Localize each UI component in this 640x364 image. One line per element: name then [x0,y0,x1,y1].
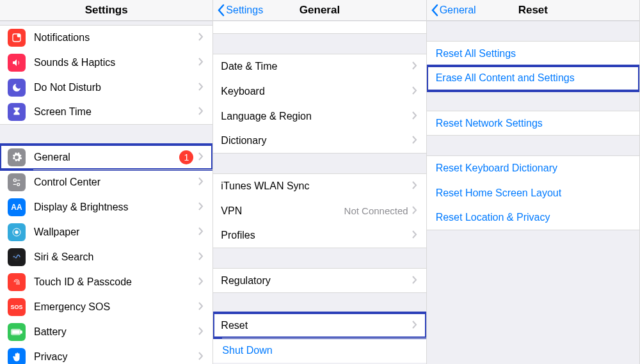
label: Keyboard [221,86,412,97]
label: Profiles [221,230,412,241]
label: Reset Location & Privacy [436,212,550,223]
sounds-icon [8,54,26,72]
row-wallpaper[interactable]: Wallpaper [0,219,212,244]
svg-rect-10 [20,330,22,333]
gear-icon [8,148,26,166]
back-button[interactable]: Settings [213,4,263,17]
chevron-right-icon [198,226,204,238]
svg-point-4 [17,183,20,186]
header: Settings General [213,0,426,21]
label: Siri & Search [34,251,198,263]
svg-rect-11 [12,330,19,334]
reset-list: Reset All Settings Erase All Content and… [427,21,639,364]
row-language-region[interactable]: Language & Region [213,104,426,129]
badge: 1 [179,150,193,164]
row-reset-all-settings[interactable]: Reset All Settings [427,41,639,66]
row-control-center[interactable]: Control Center [0,170,212,194]
row-touch-id[interactable]: Touch ID & Passcode [0,269,212,294]
chevron-right-icon [412,180,417,192]
label: Control Center [34,177,198,188]
row-reset-home-screen[interactable]: Reset Home Screen Layout [427,180,639,205]
row-general[interactable]: General 1 [0,145,212,170]
label: Touch ID & Passcode [34,276,198,288]
text-size-icon: AA [8,198,26,216]
chevron-left-icon [431,4,438,17]
row-battery[interactable]: Battery [0,319,212,344]
chevron-right-icon [412,86,417,97]
chevron-right-icon [198,152,204,163]
label: Shut Down [222,345,272,356]
row-date-time[interactable]: Date & Time [213,54,426,79]
label: iTunes WLAN Sync [221,180,412,192]
label: Erase All Content and Settings [436,72,575,84]
row-vpn[interactable]: VPN Not Connected [213,198,426,223]
row-siri[interactable]: Siri & Search [0,244,212,269]
svg-point-1 [17,35,20,37]
label: Wallpaper [34,226,198,238]
reset-pane: General Reset Reset All Settings Erase A… [427,0,640,364]
settings-list: Notifications Sounds & Haptics Do Not Di… [0,21,212,364]
row-reset[interactable]: Reset [213,313,426,338]
chevron-right-icon [412,320,417,331]
row-dictionary[interactable]: Dictionary [213,129,426,154]
vpn-value: Not Connected [344,205,408,216]
chevron-right-icon [412,275,417,287]
row-emergency-sos[interactable]: SOS Emergency SOS [0,294,212,319]
fingerprint-icon [8,273,26,291]
wallpaper-icon [8,223,26,241]
row-notifications[interactable]: Notifications [0,25,212,50]
row-screen-time[interactable]: Screen Time [0,100,212,125]
chevron-right-icon [412,230,417,241]
row-profiles[interactable]: Profiles [213,223,426,248]
label: Dictionary [221,135,412,146]
toggles-icon [8,173,26,191]
header: General Reset [427,0,639,21]
chevron-right-icon [198,177,204,188]
row-sounds[interactable]: Sounds & Haptics [0,50,212,75]
label: Reset Keyboard Dictionary [436,162,557,174]
chevron-right-icon [412,135,417,146]
hourglass-icon [8,103,26,121]
back-button[interactable]: General [427,4,476,17]
row-partial-top[interactable] [213,21,426,34]
row-privacy[interactable]: Privacy [0,344,212,364]
svg-point-2 [13,178,16,181]
label: Battery [34,326,198,338]
row-shut-down[interactable]: Shut Down [213,338,426,363]
chevron-right-icon [412,205,417,217]
row-keyboard[interactable]: Keyboard [213,79,426,104]
row-erase-all-content[interactable]: Erase All Content and Settings [427,66,639,91]
row-display-brightness[interactable]: AA Display & Brightness [0,194,212,219]
chevron-right-icon [412,111,417,122]
label: Date & Time [221,61,412,72]
label: VPN [221,205,344,217]
svg-point-7 [15,230,18,233]
general-pane: Settings General Date & Time Keyboard La… [213,0,426,364]
row-reset-location-privacy[interactable]: Reset Location & Privacy [427,205,639,230]
chevron-right-icon [198,106,204,118]
chevron-right-icon [198,202,204,213]
chevron-right-icon [412,61,417,72]
row-regulatory[interactable]: Regulatory [213,268,426,293]
chevron-right-icon [198,276,204,288]
row-do-not-disturb[interactable]: Do Not Disturb [0,75,212,100]
back-label: Settings [226,4,263,16]
label: General [34,152,179,163]
chevron-right-icon [198,326,204,338]
label: Reset Home Screen Layout [436,187,562,199]
label: Screen Time [34,106,198,118]
chevron-right-icon [198,32,204,44]
settings-pane: Settings Notifications Sounds & Haptics … [0,0,213,364]
moon-icon [8,79,26,97]
label: Privacy [34,351,198,363]
row-reset-keyboard-dictionary[interactable]: Reset Keyboard Dictionary [427,155,639,180]
chevron-right-icon [198,82,204,93]
back-label: General [440,4,476,16]
row-itunes-wlan-sync[interactable]: iTunes WLAN Sync [213,173,426,198]
label: Reset Network Settings [436,118,543,129]
label: Regulatory [221,275,412,287]
label: Reset All Settings [436,48,516,59]
label: Emergency SOS [34,301,198,313]
label: Do Not Disturb [34,82,198,93]
row-reset-network[interactable]: Reset Network Settings [427,111,639,136]
